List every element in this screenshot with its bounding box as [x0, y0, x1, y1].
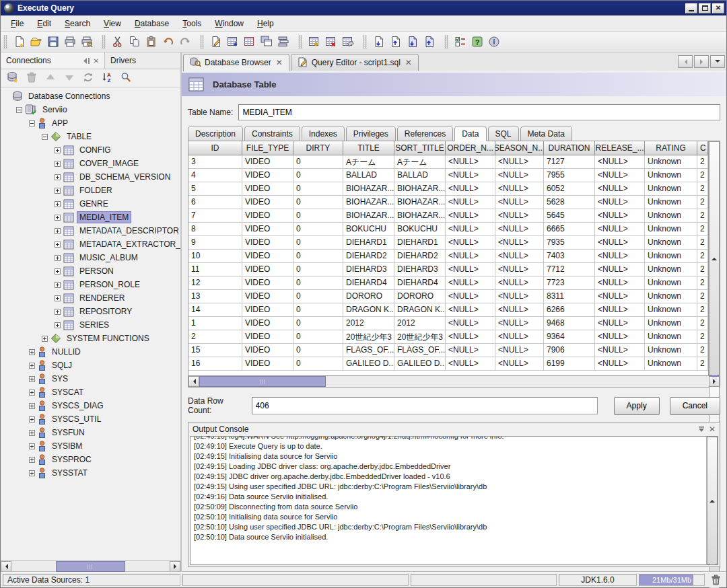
table-cell[interactable]: <NULL>	[495, 209, 544, 223]
page-setup-button[interactable]	[78, 34, 95, 50]
table-cell[interactable]: BOKUCHU	[394, 223, 446, 236]
table-cell[interactable]: VIDEO	[242, 263, 293, 277]
scroll-thumb[interactable]	[707, 564, 717, 565]
table-cell[interactable]: <NULL>	[446, 357, 495, 371]
table-cell[interactable]: VIDEO	[242, 196, 293, 209]
table-cell[interactable]: 6	[188, 196, 242, 209]
menu-view[interactable]: View	[98, 17, 127, 30]
table-cell[interactable]: 7935	[544, 236, 595, 250]
table-cell[interactable]: <NULL>	[595, 155, 645, 169]
tree-expander-icon[interactable]	[29, 120, 35, 126]
tree-expander-icon[interactable]	[55, 174, 61, 180]
menu-search[interactable]: Search	[59, 17, 96, 30]
table-cell[interactable]: BIOHAZAR...	[343, 196, 394, 209]
toolbar-handle[interactable]	[444, 35, 448, 48]
table-cell[interactable]: 2012	[394, 317, 446, 330]
cut-button[interactable]	[109, 34, 126, 50]
dock-panel-icon[interactable]	[83, 58, 91, 64]
table-cell[interactable]: 9	[188, 236, 242, 250]
scroll-thumb[interactable]	[56, 561, 125, 572]
table-horizontal-scrollbar[interactable]	[188, 375, 720, 387]
tree-expander-icon[interactable]	[55, 309, 61, 315]
table-cell[interactable]: 5645	[544, 209, 595, 223]
table-cell[interactable]: VIDEO	[242, 357, 293, 371]
table-cell[interactable]: VIDEO	[242, 303, 293, 317]
scroll-tabs-right-button[interactable]	[694, 55, 709, 68]
tree-item-media-item[interactable]: MEDIA_ITEM	[1, 211, 180, 224]
table-cell[interactable]: 2	[697, 169, 708, 182]
column-header-c[interactable]: C	[697, 141, 708, 155]
table-cell[interactable]: VIDEO	[242, 317, 293, 330]
table-cell[interactable]: <NULL>	[495, 155, 544, 169]
table-cell[interactable]: <NULL>	[446, 155, 495, 169]
table-cell[interactable]: VIDEO	[242, 250, 293, 263]
tab-query-editor[interactable]: Query Editor - script1.sql ✕	[291, 54, 419, 71]
table-cell[interactable]: <NULL>	[595, 209, 645, 223]
table-cell[interactable]: <NULL>	[495, 330, 544, 344]
table-cell[interactable]: <NULL>	[446, 182, 495, 196]
table-cell[interactable]: 10	[188, 250, 242, 263]
table-cell[interactable]: <NULL>	[595, 277, 645, 290]
move-up-button[interactable]	[42, 71, 59, 87]
scroll-up-button[interactable]	[709, 141, 720, 375]
table-cell[interactable]: VIDEO	[242, 290, 293, 303]
table-cell[interactable]: 2	[697, 357, 708, 371]
preferences-button[interactable]	[452, 34, 469, 50]
table-cell[interactable]: BIOHAZAR...	[343, 182, 394, 196]
tab-references[interactable]: References	[397, 126, 453, 141]
scroll-right-button[interactable]	[170, 561, 180, 572]
table-cell[interactable]: <NULL>	[446, 250, 495, 263]
table-cell[interactable]: 2	[697, 223, 708, 236]
memory-indicator[interactable]: 21Mb/31Mb	[639, 574, 705, 586]
table-cell[interactable]: 2	[697, 250, 708, 263]
tree-item-config[interactable]: CONFIG	[1, 143, 180, 157]
table-cell[interactable]: Unknown	[645, 223, 697, 236]
delete-connection-button[interactable]	[24, 71, 40, 87]
scroll-tabs-left-button[interactable]	[678, 55, 693, 68]
table-cell[interactable]: <NULL>	[495, 290, 544, 303]
table-cell[interactable]: <NULL>	[446, 277, 495, 290]
browse-data-button[interactable]	[275, 34, 291, 50]
paste-button[interactable]	[143, 34, 160, 50]
table-cell[interactable]: <NULL>	[595, 169, 645, 182]
table-cell[interactable]: Unknown	[645, 277, 697, 290]
table-cell[interactable]: <NULL>	[595, 182, 645, 196]
tree-expander-icon[interactable]	[29, 376, 35, 382]
table-cell[interactable]: <NULL>	[595, 317, 645, 330]
insert-row-button[interactable]	[306, 34, 322, 50]
column-header-sort-title[interactable]: SORT_TITLE	[394, 141, 446, 155]
tree-expander-icon[interactable]	[29, 390, 35, 396]
close-button[interactable]: ✕	[712, 3, 724, 13]
menu-file[interactable]: File	[5, 17, 30, 30]
edit-query-button[interactable]	[207, 34, 224, 50]
table-cell[interactable]: BIOHAZAR...	[343, 209, 394, 223]
toolbar-handle[interactable]	[102, 35, 106, 48]
table-cell[interactable]: 7723	[544, 277, 595, 290]
table-cell[interactable]: <NULL>	[446, 317, 495, 330]
table-cell[interactable]: 6266	[544, 303, 595, 317]
table-cell[interactable]: DIEHARD1	[394, 236, 446, 250]
tab-indexes[interactable]: Indexes	[302, 126, 345, 141]
scroll-track[interactable]	[125, 561, 170, 572]
tree-item-sqlj[interactable]: SQLJ	[1, 359, 180, 372]
table-cell[interactable]: 0	[293, 357, 343, 371]
scroll-left-button[interactable]	[1, 561, 11, 572]
table-cell[interactable]: <NULL>	[595, 236, 645, 250]
garbage-collect-button[interactable]	[707, 574, 724, 586]
table-cell[interactable]: DRAGON K...	[343, 303, 394, 317]
table-cell[interactable]: 0	[293, 303, 343, 317]
close-tab-icon[interactable]: ✕	[276, 58, 283, 67]
reset-table-button[interactable]	[339, 34, 356, 50]
tree-item-renderer[interactable]: RENDERER	[1, 291, 180, 305]
table-vertical-scrollbar[interactable]	[708, 141, 720, 375]
tree-item-repository[interactable]: REPOSITORY	[1, 305, 180, 318]
toolbar-handle[interactable]	[3, 35, 7, 48]
drop-table-button[interactable]	[241, 34, 258, 50]
tree-item-person[interactable]: PERSON	[1, 264, 180, 278]
print-button[interactable]	[61, 34, 78, 50]
tree-expander-icon[interactable]	[55, 215, 61, 221]
tree-item-cover-image[interactable]: COVER_IMAGE	[1, 157, 180, 170]
new-connection-button[interactable]	[5, 71, 21, 87]
scroll-thumb[interactable]	[709, 375, 719, 377]
table-cell[interactable]: <NULL>	[495, 317, 544, 330]
